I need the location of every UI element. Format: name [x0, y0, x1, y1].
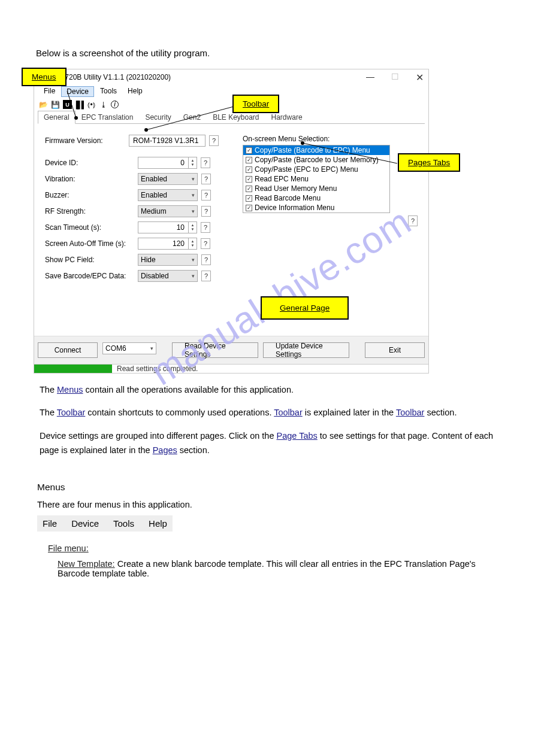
svg-line-2 — [146, 107, 234, 130]
callout-menus: Menus — [22, 68, 67, 86]
menu-help: Help — [149, 518, 167, 529]
section-header-menus: Menus — [37, 482, 506, 493]
callout-general-page: General Page — [261, 296, 349, 320]
section-intro: There are four menus in this application… — [37, 500, 506, 509]
menu-device: Device — [71, 518, 99, 529]
svg-point-5 — [301, 141, 304, 145]
menu-file: File — [43, 518, 57, 529]
svg-line-4 — [303, 143, 397, 163]
svg-point-1 — [74, 116, 78, 120]
callout-pages-tabs: Pages Tabs — [398, 153, 460, 172]
new-template-desc: New Template: Create a new blank barcode… — [58, 559, 506, 578]
svg-line-0 — [67, 91, 76, 118]
svg-point-3 — [144, 128, 148, 132]
menustrip-sample: File Device Tools Help — [37, 515, 173, 532]
callout-toolbar: Toolbar — [232, 95, 279, 113]
body-paragraph: Device settings are grouped into differe… — [40, 429, 495, 458]
menu-tools: Tools — [113, 518, 134, 529]
file-menu-header: File menu: — [48, 544, 506, 553]
